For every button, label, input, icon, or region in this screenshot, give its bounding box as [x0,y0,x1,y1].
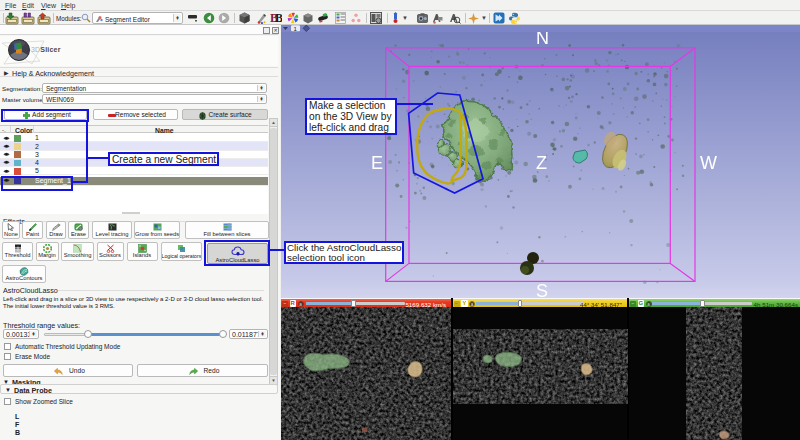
svg-text:E: E [371,153,383,173]
svg-text:S: S [536,281,548,298]
svg-text:W: W [700,153,717,173]
svg-text:B: B [275,12,282,24]
svg-text:Z: Z [536,153,547,173]
